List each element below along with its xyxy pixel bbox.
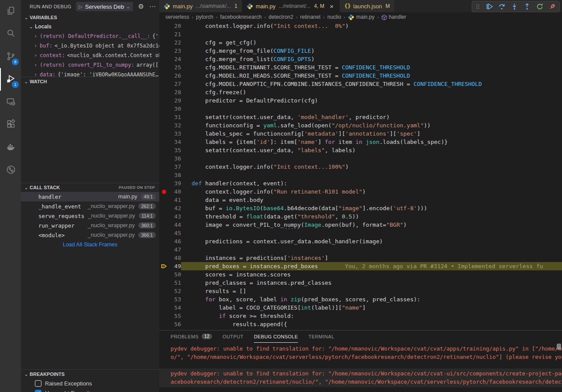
gear-icon[interactable]: ⚙ (138, 3, 144, 10)
panel-tab-bar: PROBLEMS12OUTPUTDEBUG CONSOLETERMINAL (159, 331, 562, 343)
code-line[interactable]: 21 (159, 30, 562, 38)
gutter (159, 287, 169, 295)
breakpoint-row[interactable]: ✓Uncaught Exceptions (21, 388, 159, 392)
checkbox-unchecked[interactable] (35, 380, 41, 387)
panel-tab-debug-console[interactable]: DEBUG CONSOLE (254, 331, 298, 343)
code-line[interactable]: 54 label = COCO_CATEGORIES[int(label)]["… (159, 303, 562, 312)
code-line[interactable]: 51 pred_classes = instances.pred_classes (159, 279, 562, 287)
stack-frame-row[interactable]: _handle_event_nuclio_wrapper.py262:1 (21, 201, 159, 211)
step-into-button[interactable] (511, 3, 518, 10)
code-line[interactable]: 41 data = event.body (159, 196, 562, 204)
current-line-arrow-icon[interactable] (159, 262, 169, 270)
breadcrumb-item-nuclio[interactable]: nuclio (327, 14, 341, 20)
variable-row[interactable]: ›context:<nuclio_sdk.context.Context obj… (21, 51, 159, 60)
breadcrumb-item-pytorch[interactable]: pytorch (196, 14, 213, 20)
breadcrumb-item-detectron2[interactable]: detectron2 (268, 14, 293, 20)
breadcrumb-item-handler[interactable]: handler (381, 14, 406, 20)
toolbar-grip-handle[interactable] (476, 3, 480, 10)
code-line[interactable]: 53 for box, score, label in zip(pred_box… (159, 295, 562, 303)
code-line[interactable]: 33 labels_spec = functionconfig['metadat… (159, 130, 562, 138)
continue-button[interactable] (486, 3, 493, 10)
code-line[interactable]: 55 if score >= threshold: (159, 312, 562, 320)
code-line[interactable]: 56 results.append({ (159, 320, 562, 328)
call-stack-section-header[interactable]: ⌄ CALL STACK PAUSED ON STEP (21, 183, 159, 192)
variable-row[interactable]: ›(return) convert_PIL_to_numpy:array([[[… (21, 60, 159, 70)
code-line[interactable]: 28 cfg.freeze() (159, 88, 562, 96)
code-line[interactable]: 50 scores = instances.scores (159, 270, 562, 279)
code-line[interactable]: 34 labels = {item['id']: item['name'] fo… (159, 138, 562, 146)
editor-tab-main.py[interactable]: main.py.../retinanet/...4, M× (242, 0, 340, 12)
code-line[interactable]: 29 predictor = DefaultPredictor(cfg) (159, 96, 562, 105)
debug-console-output[interactable]: pydev debugger: unable to find translati… (159, 343, 562, 392)
panel-tab-output[interactable]: OUTPUT (223, 331, 243, 343)
variable-row[interactable]: ›(return) DefaultPredictor.__call__:{'in… (21, 31, 159, 41)
disconnect-button[interactable] (549, 3, 556, 10)
editor-tab-main.py[interactable]: main.py.../siammask/...1 (159, 0, 242, 12)
stack-frame-row[interactable]: serve_requests_nuclio_wrapper.py114:1 (21, 211, 159, 221)
breadcrumb-item-facebookresearch[interactable]: facebookresearch (220, 14, 261, 20)
panel-tab-problems[interactable]: PROBLEMS12 (171, 331, 212, 343)
stack-frame-row[interactable]: run_wrapper_nuclio_wrapper.py360:1 (21, 221, 159, 230)
code-line[interactable]: 32 functionconfig = yaml.safe_load(open(… (159, 121, 562, 130)
panel-tab-terminal[interactable]: TERMINAL (308, 331, 334, 343)
watch-section-header[interactable]: ⌄ WATCH (21, 77, 159, 86)
code-line[interactable]: 39def handler(context, event): (159, 179, 562, 187)
breadcrumb-item-retinanet[interactable]: retinanet (300, 14, 321, 20)
code-line[interactable]: 22 cfg = get_cfg() (159, 38, 562, 47)
more-actions-icon[interactable]: ⋯ (149, 3, 156, 10)
code-line[interactable]: 26 cfg.MODEL.ROI_HEADS.SCORE_THRESH_TEST… (159, 72, 562, 80)
stack-frame-row[interactable]: <module>_nuclio_wrapper.py366:1 (21, 230, 159, 240)
code-line[interactable]: 49 pred_boxes = instances.pred_boxesYou,… (159, 262, 562, 270)
code-line[interactable]: 20 context.logger.info("Init context... … (159, 22, 562, 30)
activity-bar-item-explorer[interactable] (0, 0, 21, 23)
activity-bar-item-source-control[interactable]: 8 (0, 45, 21, 68)
code-line[interactable]: 42 buf = io.BytesIO(base64.b64decode(dat… (159, 204, 562, 212)
code-line[interactable]: 46 predictions = context.user_data.model… (159, 237, 562, 245)
activity-bar-item-docker[interactable] (0, 136, 21, 159)
activity-bar-item-run-and-debug[interactable]: 1 (0, 68, 21, 91)
code-line[interactable]: 23 cfg.merge_from_file(CONFIG_FILE) (159, 47, 562, 55)
code-line[interactable]: 36 (159, 154, 562, 163)
code-line[interactable]: 52 results = [] (159, 287, 562, 295)
code-line[interactable]: 45 (159, 229, 562, 237)
activity-bar-item-extensions[interactable] (0, 113, 21, 136)
code-line[interactable]: 43 threshold = float(data.get("threshold… (159, 212, 562, 221)
code-line[interactable]: 30 (159, 105, 562, 113)
step-out-button[interactable] (524, 3, 531, 10)
code-line[interactable]: 35 setattr(context.user_data, "labels", … (159, 146, 562, 154)
breakpoints-section-header[interactable]: ⌄ BREAKPOINTS (21, 370, 159, 378)
breakpoint-icon[interactable] (159, 187, 169, 196)
activity-bar-item-git-graph[interactable] (0, 159, 21, 181)
code-line[interactable]: 37 context.logger.info("Init context...1… (159, 163, 562, 171)
checkbox-checked[interactable]: ✓ (35, 390, 41, 392)
code-line[interactable]: 31 setattr(context.user_data, 'model_han… (159, 113, 562, 121)
code-editor[interactable]: 20 context.logger.info("Init context... … (159, 22, 562, 330)
breakpoint-row[interactable]: Raised Exceptions (21, 378, 159, 388)
code-line[interactable]: 27 cfg.MODEL.PANOPTIC_FPN.COMBINE.INSTAN… (159, 80, 562, 88)
launch-config-select[interactable]: ▷ Serverless Debu ⌄ (76, 2, 133, 11)
code-line[interactable]: 24 cfg.merge_from_list(CONFIG_OPTS) (159, 55, 562, 63)
code-line[interactable]: 47 (159, 245, 562, 254)
variable-row[interactable]: ›data:{'image': 'iVBORw0KGgoAAAANSUhE… 5… (21, 70, 159, 77)
activity-bar-item-remote-explorer[interactable] (0, 91, 21, 113)
variables-section-header[interactable]: ⌄ VARIABLES (21, 13, 159, 22)
stack-frame-row[interactable]: handlermain.py49:1 (21, 192, 159, 201)
breadcrumb-item-serverless[interactable]: serverless (165, 14, 189, 20)
code-line[interactable]: 25 cfg.MODEL.RETINANET.SCORE_THRESH_TEST… (159, 63, 562, 72)
activity-bar-item-search[interactable] (0, 23, 21, 45)
code-line[interactable]: 38 (159, 171, 562, 179)
code-line[interactable]: 44 image = convert_PIL_to_numpy(Image.op… (159, 221, 562, 229)
breadcrumb-item-main.py[interactable]: main.py (348, 14, 374, 20)
code-line[interactable]: 48 instances = predictions['instances'] (159, 254, 562, 262)
close-icon[interactable]: × (328, 3, 335, 10)
scrollbar-thumb[interactable] (557, 344, 561, 350)
editor-tab-launch.json[interactable]: {}launch.jsonM (340, 0, 394, 12)
line-number: 26 (169, 72, 181, 80)
step-over-button[interactable] (498, 3, 505, 10)
restart-button[interactable] (536, 3, 543, 10)
variable-row[interactable]: ›buf:<_io.BytesIO object at 0x7f5a2dc1ec… (21, 41, 159, 51)
load-all-stack-frames-link[interactable]: Load All Stack Frames (21, 240, 159, 249)
scope-locals[interactable]: ⌄ Locals (21, 22, 159, 31)
code-line[interactable]: 40 context.logger.info("Run retinanet-R1… (159, 187, 562, 196)
gutter (159, 270, 169, 279)
